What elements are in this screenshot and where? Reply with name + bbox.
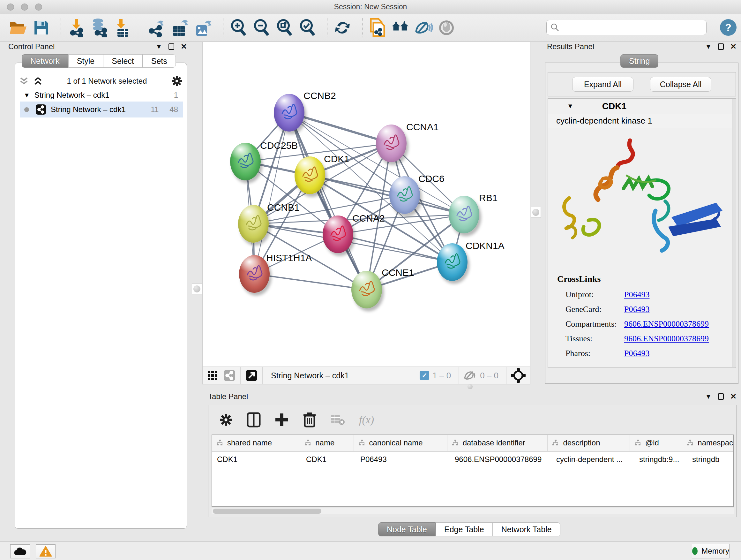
crosslink-link[interactable]: P06493: [624, 349, 650, 358]
table-row[interactable]: CDK1CDK1P064939606.ENSP00000378699cyclin…: [212, 451, 733, 468]
network-node-cdkn1a[interactable]: [437, 243, 468, 281]
warning-button[interactable]: [36, 544, 56, 558]
collapse-all-icon[interactable]: [19, 77, 29, 85]
network-collection-row[interactable]: ▼ String Network – cdk1 1: [20, 89, 183, 102]
save-icon[interactable]: [32, 18, 51, 37]
network-node-ccna2[interactable]: [323, 215, 353, 253]
toolbar-search[interactable]: [546, 20, 706, 35]
add-column-icon[interactable]: [275, 412, 289, 428]
show-columns-icon[interactable]: [247, 412, 261, 428]
zoom-out-icon[interactable]: [252, 18, 271, 37]
left-splitter-handle[interactable]: [192, 284, 202, 294]
panel-collapse-icon[interactable]: ▼: [705, 393, 712, 400]
table-cell[interactable]: cyclin-dependent ...: [551, 451, 634, 468]
memory-button[interactable]: Memory: [692, 544, 730, 558]
panel-float-icon[interactable]: [718, 393, 724, 400]
tree-expand-icon[interactable]: ▼: [23, 91, 30, 99]
show-all-icon[interactable]: [437, 18, 456, 37]
crosslink-link[interactable]: 9606.ENSP00000378699: [624, 319, 709, 329]
tab-node-table[interactable]: Node Table: [378, 522, 435, 537]
panel-float-icon[interactable]: [169, 44, 174, 50]
tab-network-table[interactable]: Network Table: [493, 522, 560, 537]
import-network-icon[interactable]: [67, 18, 85, 37]
hide-selected-icon[interactable]: [414, 18, 433, 37]
column-header[interactable]: description: [548, 435, 630, 451]
cloud-button[interactable]: [10, 544, 30, 558]
panel-float-icon[interactable]: [718, 44, 724, 50]
crosslink-link[interactable]: P06493: [624, 290, 650, 300]
search-input[interactable]: [559, 23, 700, 32]
table-cell[interactable]: stringdb:9...: [634, 451, 687, 468]
network-node-cdc6[interactable]: [389, 176, 420, 214]
collapse-all-button[interactable]: Collapse All: [650, 77, 711, 91]
table-settings-icon[interactable]: [219, 413, 232, 427]
network-node-hist1h1a[interactable]: [239, 255, 270, 293]
close-window-icon[interactable]: [7, 3, 14, 10]
panel-close-icon[interactable]: ✕: [730, 42, 737, 51]
expand-all-button[interactable]: Expand All: [572, 77, 633, 91]
gene-section-header[interactable]: ▼ CDK1: [548, 99, 736, 114]
column-header[interactable]: database identifier: [448, 435, 548, 451]
tab-style[interactable]: Style: [68, 54, 104, 68]
network-node-ccnb2[interactable]: [274, 94, 305, 132]
crosslink-link[interactable]: 9606.ENSP00000378699: [624, 334, 709, 344]
export-table-icon[interactable]: [171, 18, 190, 37]
minimize-window-icon[interactable]: [21, 3, 28, 10]
network-node-cdc25b[interactable]: [230, 143, 261, 180]
table-cell[interactable]: 9606.ENSP00000378699: [450, 451, 551, 468]
network-node-cdk1[interactable]: [294, 157, 325, 194]
panel-close-icon[interactable]: ✕: [181, 42, 187, 51]
tab-sets[interactable]: Sets: [143, 54, 176, 68]
export-network-icon[interactable]: [148, 18, 166, 37]
selected-checkbox-icon[interactable]: ✓: [420, 371, 429, 380]
birdseye-icon[interactable]: [511, 368, 526, 383]
import-network-database-icon[interactable]: [90, 18, 109, 37]
panel-collapse-icon[interactable]: ▼: [156, 43, 162, 51]
bottom-splitter-handle[interactable]: [465, 385, 475, 388]
network-row-selected[interactable]: String Network – cdk1 11 48: [20, 102, 183, 118]
table-hscrollbar[interactable]: [212, 508, 734, 514]
import-table-icon[interactable]: [113, 18, 131, 37]
zoom-fit-icon[interactable]: [275, 18, 293, 37]
grid-view-icon[interactable]: [207, 370, 218, 381]
help-button[interactable]: ?: [720, 19, 737, 36]
panel-close-icon[interactable]: ✕: [730, 392, 737, 401]
table-cell[interactable]: P06493: [355, 451, 450, 468]
tab-network[interactable]: Network: [22, 54, 68, 68]
refresh-layout-icon[interactable]: [333, 18, 352, 37]
delete-column-icon[interactable]: [303, 412, 316, 428]
tab-string[interactable]: String: [620, 54, 658, 68]
panel-collapse-icon[interactable]: ▼: [705, 43, 712, 51]
node-table[interactable]: shared namenamecanonical namedatabase id…: [212, 435, 734, 507]
network-edge[interactable]: [254, 113, 289, 274]
tab-edge-table[interactable]: Edge Table: [435, 522, 493, 537]
column-header[interactable]: @id: [630, 435, 682, 451]
column-header[interactable]: name: [300, 435, 354, 451]
first-neighbors-icon[interactable]: [391, 18, 410, 37]
open-folder-icon[interactable]: [9, 18, 27, 37]
network-edge[interactable]: [254, 274, 367, 290]
tab-select[interactable]: Select: [103, 54, 142, 68]
table-cell[interactable]: CDK1: [212, 451, 301, 468]
network-node-ccna1[interactable]: [376, 125, 407, 162]
table-cell[interactable]: stringdb: [687, 451, 733, 468]
network-canvas[interactable]: CCNB2CCNA1CDC25BCDK1CDC6RB1CCNB1CCNA2CDK…: [202, 42, 530, 367]
open-in-window-icon[interactable]: [245, 369, 258, 382]
results-scrollbar[interactable]: [732, 99, 736, 367]
zoom-window-icon[interactable]: [35, 3, 42, 10]
column-header[interactable]: shared name: [212, 435, 300, 451]
share-view-icon[interactable]: [223, 369, 236, 382]
column-header[interactable]: canonical name: [354, 435, 448, 451]
section-collapse-icon[interactable]: ▼: [567, 103, 574, 110]
zoom-selected-icon[interactable]: [298, 18, 317, 37]
crosslink-link[interactable]: P06493: [624, 305, 650, 314]
table-cell[interactable]: CDK1: [301, 451, 355, 468]
column-header[interactable]: namespac: [682, 435, 733, 451]
network-node-ccnb1[interactable]: [238, 205, 269, 243]
gear-icon[interactable]: [171, 75, 183, 87]
expand-all-icon[interactable]: [33, 77, 43, 85]
export-image-icon[interactable]: [194, 18, 212, 37]
network-edge[interactable]: [289, 113, 391, 143]
right-splitter-handle[interactable]: [531, 207, 541, 218]
zoom-in-icon[interactable]: [229, 18, 248, 37]
